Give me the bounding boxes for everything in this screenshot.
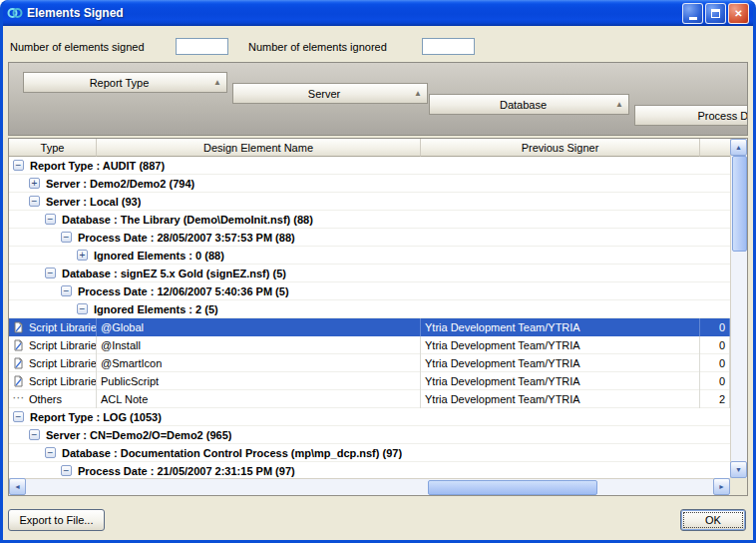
collapse-icon[interactable]: −	[45, 268, 56, 278]
window-title: Elements Signed	[27, 6, 678, 20]
group-row[interactable]: −Report Type : LOG (1053)	[9, 408, 730, 426]
close-button[interactable]: ✕	[728, 3, 749, 24]
group-row[interactable]: −Process Date : 12/06/2007 5:40:36 PM (5…	[9, 282, 730, 300]
cell-count: 0	[700, 336, 730, 354]
collapse-icon[interactable]: −	[61, 465, 72, 476]
script-library-icon	[13, 321, 27, 333]
scroll-down-icon: ▼	[735, 466, 742, 473]
collapse-icon[interactable]: −	[61, 232, 72, 243]
cell-previous-signer: Ytria Development Team/YTRIA	[421, 372, 700, 390]
table-row[interactable]: Script Libraries@GlobalYtria Development…	[9, 318, 730, 336]
group-row[interactable]: −Database : The Library (Demo\DemoInit.n…	[9, 211, 730, 229]
collapse-icon[interactable]: −	[29, 196, 40, 207]
column-header-design-element-name[interactable]: Design Element Name	[97, 139, 421, 157]
scroll-left-icon: ◄	[14, 483, 21, 490]
signed-count-input[interactable]	[176, 38, 228, 55]
scroll-right-button[interactable]: ►	[713, 478, 730, 495]
close-icon: ✕	[734, 8, 742, 19]
tree-indent	[9, 470, 61, 471]
group-row-label: Database : The Library (Demo\DemoInit.ns…	[62, 214, 313, 226]
titlebar[interactable]: Elements Signed ✕	[3, 0, 753, 26]
collapse-icon[interactable]: −	[45, 214, 56, 225]
maximize-button[interactable]	[705, 3, 726, 24]
sort-ascending-icon: ▲	[414, 90, 422, 98]
column-header-type[interactable]: Type	[9, 139, 97, 157]
vertical-scrollbar[interactable]: ▲ ▼	[730, 139, 747, 478]
table-row[interactable]: ···OthersACL NoteYtria Development Team/…	[9, 390, 730, 408]
cell-previous-signer: Ytria Development Team/YTRIA	[421, 336, 700, 354]
cell-design-element-name: PublicScript	[97, 372, 421, 390]
group-row-label: Server : Demo2/Demo2 (794)	[46, 178, 194, 190]
script-library-icon	[13, 375, 27, 387]
group-row[interactable]: +Server : Demo2/Demo2 (794)	[9, 175, 730, 193]
group-row[interactable]: −Database : signEZ 5.x Gold (signEZ.nsf)…	[9, 265, 730, 282]
cell-design-element-name: @Install	[97, 336, 421, 354]
vertical-scroll-thumb[interactable]	[732, 156, 747, 252]
table-row[interactable]: Script Libraries@SmartIconYtria Developm…	[9, 354, 730, 372]
expand-icon[interactable]: +	[77, 250, 88, 261]
cell-count: 2	[700, 390, 730, 408]
script-library-icon	[13, 357, 27, 369]
group-button-database[interactable]: Database ▲	[429, 94, 629, 115]
export-to-file-button[interactable]: Export to File...	[8, 509, 105, 531]
group-row[interactable]: −Process Date : 28/05/2007 3:57:53 PM (8…	[9, 229, 730, 247]
collapse-icon[interactable]: −	[29, 429, 40, 440]
ignored-count-label: Number of elements ignored	[248, 41, 387, 53]
group-row-label: Ignored Elements : 2 (5)	[94, 303, 218, 315]
group-row[interactable]: −Ignored Elements : 2 (5)	[9, 300, 730, 318]
group-row-label: Server : Local (93)	[46, 196, 141, 208]
group-button-server[interactable]: Server ▲	[232, 83, 428, 104]
group-button-report-type[interactable]: Report Type ▲	[23, 72, 227, 93]
type-label: Script Libraries	[29, 339, 97, 351]
app-icon	[7, 5, 23, 21]
group-row[interactable]: −Server : Local (93)	[9, 193, 730, 211]
group-row[interactable]: −Server : CN=Demo2/O=Demo2 (965)	[9, 426, 730, 444]
group-row-label: Ignored Elements : 0 (88)	[94, 250, 224, 262]
group-button-process-date[interactable]: Process Date ▲	[634, 105, 748, 126]
table-row[interactable]: Script Libraries@InstallYtria Developmen…	[9, 336, 730, 354]
ok-button[interactable]: OK	[680, 509, 746, 531]
group-row-label: Report Type : LOG (1053)	[30, 411, 162, 423]
others-icon: ···	[13, 394, 27, 403]
scroll-up-icon: ▲	[735, 144, 742, 151]
tree-indent	[9, 255, 77, 256]
group-row-label: Database : signEZ 5.x Gold (signEZ.nsf) …	[62, 268, 286, 279]
collapse-icon[interactable]: −	[13, 160, 24, 171]
cell-previous-signer: Ytria Development Team/YTRIA	[421, 390, 700, 408]
group-button-label: Report Type	[90, 77, 150, 89]
group-row-label: Server : CN=Demo2/O=Demo2 (965)	[46, 429, 231, 441]
horizontal-scroll-thumb[interactable]	[428, 480, 597, 495]
cell-design-element-name: ACL Note	[97, 390, 421, 408]
cell-design-element-name: @Global	[97, 318, 421, 336]
group-row[interactable]: −Database : Documentation Control Proces…	[9, 444, 730, 462]
cell-previous-signer: Ytria Development Team/YTRIA	[421, 354, 700, 372]
tree-indent	[9, 237, 61, 238]
group-button-label: Process Date	[697, 110, 748, 122]
collapse-icon[interactable]: −	[45, 447, 56, 458]
type-label: Script Libraries	[29, 321, 97, 333]
collapse-icon[interactable]: −	[61, 285, 72, 296]
expand-icon[interactable]: +	[29, 178, 40, 189]
minimize-icon	[689, 17, 697, 20]
minimize-button[interactable]	[682, 3, 703, 24]
cell-count: 0	[700, 354, 730, 372]
horizontal-scrollbar[interactable]: ◄ ►	[9, 478, 730, 495]
tree-indent	[9, 201, 29, 202]
group-row[interactable]: −Report Type : AUDIT (887)	[9, 157, 730, 175]
cell-type: ···Others	[9, 390, 97, 408]
collapse-icon[interactable]: −	[13, 411, 24, 422]
group-row[interactable]: +Ignored Elements : 0 (88)	[9, 247, 730, 265]
scroll-down-button[interactable]: ▼	[730, 461, 747, 478]
collapse-icon[interactable]: −	[77, 303, 88, 314]
column-header-previous-signer[interactable]: Previous Signer	[421, 139, 700, 157]
signed-count-label: Number of elements signed	[10, 41, 145, 53]
column-header-count[interactable]	[700, 139, 730, 157]
tree-indent	[9, 272, 45, 273]
ignored-count-input[interactable]	[422, 38, 475, 55]
group-row[interactable]: −Process Date : 21/05/2007 2:31:15 PM (9…	[9, 462, 730, 478]
grid-rows: −Report Type : AUDIT (887)+Server : Demo…	[9, 157, 730, 478]
table-row[interactable]: Script LibrariesPublicScriptYtria Develo…	[9, 372, 730, 390]
group-row-label: Process Date : 12/06/2007 5:40:36 PM (5)	[78, 285, 289, 297]
scroll-left-button[interactable]: ◄	[9, 478, 26, 495]
scroll-up-button[interactable]: ▲	[730, 139, 747, 156]
